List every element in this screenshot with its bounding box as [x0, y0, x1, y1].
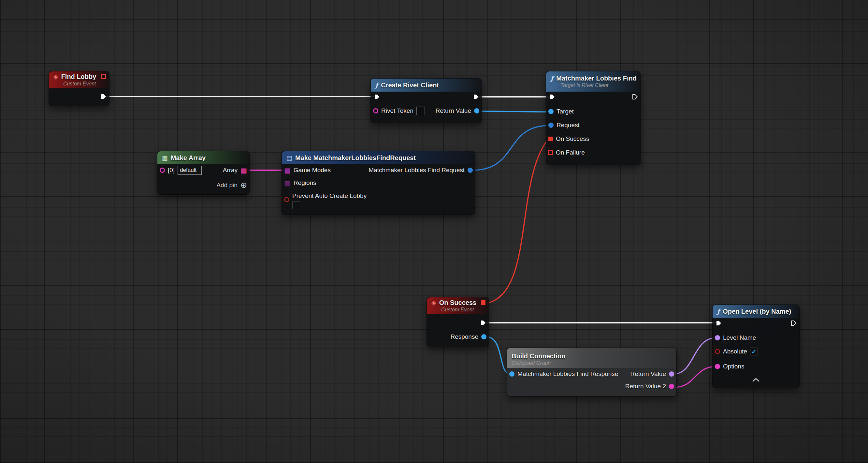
exec-output-pin[interactable] — [100, 93, 107, 100]
wire-on-success-delegate[interactable] — [486, 139, 548, 303]
pin-label: Array — [223, 167, 238, 174]
node-title: Make Array — [171, 154, 206, 162]
custom-event-icon: ◈ — [54, 74, 58, 80]
node-title: Make MatchmakerLobbiesFindRequest — [295, 154, 416, 162]
node-build-connection[interactable]: Build Connection Collapsed Graph Matchma… — [507, 348, 676, 396]
pin-label: On Failure — [556, 149, 585, 156]
request-pin[interactable] — [548, 123, 554, 128]
pin-label: Options — [723, 363, 744, 370]
request-output-pin[interactable] — [468, 168, 473, 173]
node-title: Build Connection — [512, 352, 566, 360]
return-value-2-pin[interactable] — [669, 384, 674, 389]
delegate-output-pin[interactable] — [481, 300, 486, 305]
custom-event-icon: ◈ — [431, 300, 436, 306]
function-icon: ƒ — [375, 82, 378, 88]
node-subtitle: Target is Rivet Client — [551, 83, 636, 88]
game-modes-pin[interactable]: ▦ — [284, 167, 291, 174]
prevent-auto-create-lobby-pin[interactable] — [284, 197, 289, 202]
node-title: Find Lobby — [61, 73, 96, 81]
regions-pin[interactable]: ▦ — [284, 180, 291, 186]
node-title: On Success — [439, 299, 477, 307]
pin-label: Return Value — [436, 107, 471, 114]
exec-output-pin[interactable] — [479, 319, 487, 326]
node-make-array[interactable]: ▦ Make Array [0] Array ▦ Add pin — [157, 151, 249, 194]
wire-return-value-to-level-name[interactable] — [674, 338, 716, 374]
node-header[interactable]: ◈ On Success Custom Event — [427, 297, 489, 314]
response-pin[interactable] — [481, 334, 487, 340]
pin-label: Return Value — [630, 370, 666, 378]
on-success-delegate-pin[interactable] — [548, 137, 553, 141]
pin-label: Level Name — [723, 334, 756, 341]
on-failure-delegate-pin[interactable] — [548, 150, 553, 155]
rivet-token-input[interactable] — [416, 107, 425, 115]
array-element-0-input[interactable] — [178, 166, 202, 175]
node-header[interactable]: ◈ Find Lobby Custom Event — [49, 71, 109, 88]
blueprint-graph-canvas[interactable]: ◈ Find Lobby Custom Event ƒ Create Rivet… — [0, 0, 868, 463]
exec-input-pin[interactable] — [373, 93, 380, 100]
pin-label: Return Value 2 — [625, 383, 666, 390]
node-open-level-by-name[interactable]: ƒ Open Level (by Name) — [713, 305, 799, 388]
node-make-matchmaker-lobbies-find-request[interactable]: ▤ Make MatchmakerLobbiesFindRequest ▦ Ga… — [282, 151, 475, 214]
node-find-lobby[interactable]: ◈ Find Lobby Custom Event — [49, 71, 109, 106]
rivet-token-pin[interactable] — [373, 108, 378, 113]
array-output-pin[interactable]: ▦ — [241, 167, 247, 174]
pin-label: Response — [450, 333, 478, 340]
node-subtitle: Custom Event — [431, 307, 484, 313]
return-value-pin[interactable] — [474, 108, 479, 113]
pin-label: Matchmaker Lobbies Find Response — [518, 370, 618, 378]
delegate-output-pin[interactable] — [101, 74, 106, 79]
add-pin-icon: ⊕ — [241, 181, 247, 189]
array-icon: ▦ — [162, 155, 168, 161]
exec-output-pin[interactable] — [472, 93, 479, 100]
pin-label: Game Modes — [293, 167, 331, 174]
exec-output-pin[interactable] — [790, 320, 797, 327]
wire-response-to-build-connection[interactable] — [486, 337, 510, 374]
node-on-success-event[interactable]: ◈ On Success Custom Event Response — [427, 297, 489, 347]
node-matchmaker-lobbies-find[interactable]: ƒ Matchmaker Lobbies Find Target is Rive… — [546, 71, 641, 165]
options-pin[interactable] — [715, 364, 720, 369]
node-title: Matchmaker Lobbies Find — [556, 75, 637, 82]
struct-icon: ▤ — [286, 155, 292, 161]
function-icon: ƒ — [551, 75, 553, 82]
node-header[interactable]: ▤ Make MatchmakerLobbiesFindRequest — [282, 151, 475, 164]
absolute-checkbox[interactable]: ✓ — [750, 348, 758, 355]
add-pin-label: Add pin — [216, 182, 237, 189]
wire-return-value-to-target[interactable] — [478, 111, 549, 112]
pin-label: [0] — [168, 167, 175, 174]
pin-label: Rivet Token — [381, 107, 413, 114]
node-subtitle: Collapsed Graph — [512, 360, 551, 366]
node-title: Open Level (by Name) — [723, 308, 791, 315]
node-subtitle: Custom Event — [54, 81, 104, 87]
array-element-0-pin[interactable] — [160, 168, 165, 173]
pin-label: Target — [557, 108, 574, 115]
collapse-pins-button[interactable] — [713, 375, 799, 385]
node-create-rivet-client[interactable]: ƒ Create Rivet Client — [371, 79, 482, 123]
wire-request-to-matchmaker[interactable] — [472, 125, 549, 170]
node-header[interactable]: ƒ Open Level (by Name) — [713, 305, 799, 318]
target-pin[interactable] — [548, 109, 554, 114]
pin-label: Absolute — [723, 348, 747, 355]
exec-input-pin[interactable] — [715, 320, 722, 327]
pin-label: Matchmaker Lobbies Find Request — [369, 167, 465, 174]
pin-label: On Success — [556, 135, 589, 143]
node-header[interactable]: ƒ Matchmaker Lobbies Find Target is Rive… — [546, 71, 641, 92]
pin-label: Request — [557, 122, 580, 129]
chevron-up-icon — [751, 377, 761, 382]
prevent-auto-create-lobby-checkbox[interactable] — [292, 202, 300, 209]
return-value-pin[interactable] — [669, 371, 674, 377]
absolute-pin[interactable] — [715, 349, 720, 354]
exec-output-pin[interactable] — [631, 93, 638, 100]
pin-label: Prevent Auto Create Lobby — [292, 192, 367, 200]
wire-return-value-2-to-options[interactable] — [674, 367, 716, 387]
level-name-pin[interactable] — [715, 335, 720, 340]
matchmaker-lobbies-find-response-pin[interactable] — [509, 371, 515, 377]
node-header[interactable]: ƒ Create Rivet Client — [371, 79, 482, 92]
node-title: Create Rivet Client — [381, 82, 439, 89]
function-icon: ƒ — [717, 309, 720, 315]
node-header[interactable]: ▦ Make Array — [157, 151, 249, 164]
exec-input-pin[interactable] — [548, 93, 556, 100]
pin-label: Regions — [293, 179, 316, 186]
node-header[interactable]: Build Connection Collapsed Graph — [507, 348, 676, 368]
add-pin-button[interactable]: Add pin ⊕ — [216, 181, 249, 189]
